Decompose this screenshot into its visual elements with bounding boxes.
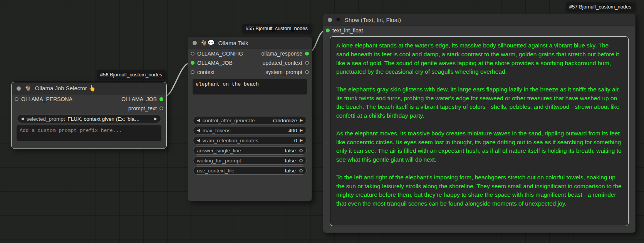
toggle-knob-icon[interactable] xyxy=(299,149,303,152)
ollama-response-output-port[interactable]: ollama_response xyxy=(261,51,309,57)
ollama-config-input-port[interactable]: OLLAMA_CONFIG xyxy=(191,51,243,57)
prompt-prefix-textarea[interactable]: Add a custom prompt prefix here... xyxy=(17,125,161,141)
slot-row: context system_prompt xyxy=(188,68,312,77)
output-port-icon[interactable] xyxy=(159,97,163,101)
response-text-display[interactable]: A lone elephant stands at the water's ed… xyxy=(330,36,629,226)
node-show-text-int-float[interactable]: 👁 Show (Text, Int, Float) text_int_float… xyxy=(323,14,636,233)
output-port-icon[interactable] xyxy=(305,70,309,74)
node-title: Ollama Job Selector 👆 xyxy=(35,85,96,92)
context-input-port[interactable]: context xyxy=(191,69,215,75)
collapse-toggle-icon[interactable] xyxy=(193,41,197,45)
updated-context-output-port[interactable]: updated_context xyxy=(262,60,309,66)
system-prompt-output-port[interactable]: system_prompt xyxy=(265,69,309,75)
node-badge: #57 Bjornulf_custom_nodes xyxy=(566,2,635,11)
output-port-icon[interactable] xyxy=(159,106,163,110)
collapse-toggle-icon[interactable] xyxy=(17,86,21,91)
text-int-float-input-port[interactable]: text_int_float xyxy=(326,27,363,34)
input-port-icon[interactable] xyxy=(15,97,18,101)
combo-right-arrow-icon[interactable]: ▶ xyxy=(154,117,157,121)
goat-icon: 🐐 xyxy=(24,85,32,92)
output-port-icon[interactable] xyxy=(305,52,309,56)
max-tokens-widget[interactable]: ◀ max_tokens 400 ▶ xyxy=(193,126,307,135)
node-ollama-talk[interactable]: 🐐💬 Ollama Talk OLLAMA_CONFIG ollama_resp… xyxy=(188,37,312,201)
ollama-job-input-port[interactable]: OLLAMA_JOB xyxy=(191,60,233,66)
output-port-icon[interactable] xyxy=(305,61,309,65)
node-ollama-job-selector[interactable]: 🐐 Ollama Job Selector 👆 OLLAMA_PERSONA O… xyxy=(12,82,166,148)
slot-row: OLLAMA_JOB updated_context xyxy=(188,58,312,68)
input-port-icon[interactable] xyxy=(326,29,330,32)
eye-icon: 👁 xyxy=(335,17,341,23)
prompt-text-output-port[interactable]: prompt_text xyxy=(128,105,163,111)
toggle-knob-icon[interactable] xyxy=(299,159,303,162)
node-title: Show (Text, Int, Float) xyxy=(345,17,401,23)
slot-row: OLLAMA_PERSONA OLLAMA_JOB xyxy=(12,94,166,104)
increment-arrow-icon[interactable]: ▶ xyxy=(300,118,303,122)
node-badge: #55 Bjornulf_custom_nodes xyxy=(242,24,311,33)
node-header[interactable]: 👁 Show (Text, Int, Float) xyxy=(323,14,635,26)
widget-spacer xyxy=(188,97,312,115)
toggle-knob-icon[interactable] xyxy=(299,169,303,172)
control-after-generate-widget[interactable]: ◀ control_after_generate randomize ▶ xyxy=(193,116,307,125)
waiting-for-prompt-toggle[interactable]: waiting_for_prompt false xyxy=(193,156,307,165)
decrement-arrow-icon[interactable]: ◀ xyxy=(197,118,200,122)
ollama-persona-input-port[interactable]: OLLAMA_PERSONA xyxy=(15,96,72,102)
decrement-arrow-icon[interactable]: ◀ xyxy=(197,138,200,142)
answer-single-line-toggle[interactable]: answer_single_line false xyxy=(193,146,307,155)
increment-arrow-icon[interactable]: ▶ xyxy=(300,138,303,142)
decrement-arrow-icon[interactable]: ◀ xyxy=(197,128,200,132)
node-title: Ollama Talk xyxy=(218,40,248,46)
slot-row: text_int_float xyxy=(323,26,635,35)
selected-prompt-combo[interactable]: ◀ selected_prompt FLUX, context given (E… xyxy=(17,115,161,123)
ollama-job-output-port[interactable]: OLLAMA_JOB xyxy=(121,96,163,102)
node-header[interactable]: 🐐 Ollama Job Selector 👆 xyxy=(12,83,166,94)
node-badge: #56 Bjornulf_custom_nodes xyxy=(97,70,166,79)
increment-arrow-icon[interactable]: ▶ xyxy=(300,128,303,132)
prompt-textarea[interactable]: elephant on the beach xyxy=(193,79,307,94)
collapse-toggle-icon[interactable] xyxy=(328,18,332,22)
vram-retention-minutes-widget[interactable]: ◀ vram_retention_minutes 0 ▶ xyxy=(193,136,307,145)
goat-speech-icon: 🐐💬 xyxy=(200,39,215,46)
node-header[interactable]: 🐐💬 Ollama Talk xyxy=(188,37,312,49)
node-graph-canvas[interactable]: #56 Bjornulf_custom_nodes #55 Bjornulf_c… xyxy=(0,0,644,243)
input-port-icon[interactable] xyxy=(191,52,195,56)
slot-row: OLLAMA_CONFIG ollama_response xyxy=(188,49,312,58)
input-port-icon[interactable] xyxy=(191,70,195,74)
use-context-file-toggle[interactable]: use_context_file false xyxy=(193,166,307,175)
input-port-icon[interactable] xyxy=(191,61,195,65)
slot-row: prompt_text xyxy=(12,104,166,113)
combo-left-arrow-icon[interactable]: ◀ xyxy=(21,117,24,121)
